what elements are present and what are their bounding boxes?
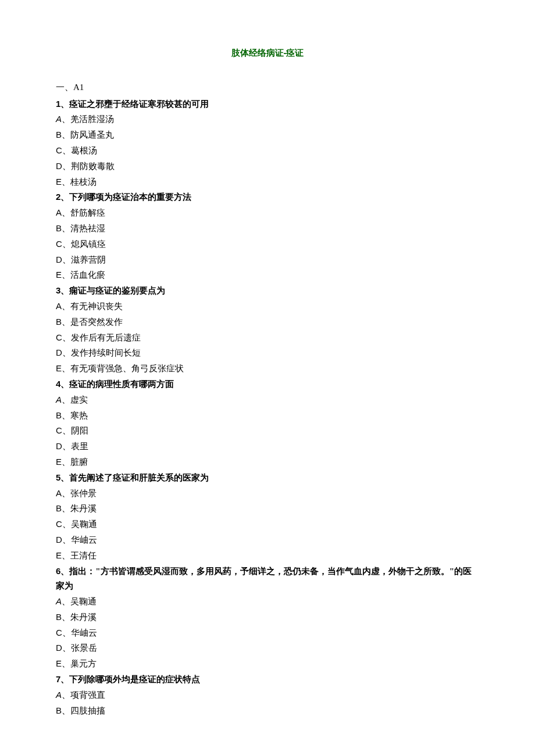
option-separator: 、	[62, 177, 70, 187]
option-separator: 、	[62, 551, 70, 560]
option-marker: A	[56, 395, 62, 404]
option-separator: 、	[62, 426, 71, 435]
option-row: D、发作持续时间长短	[56, 345, 479, 361]
option-row: A、张仲景	[56, 486, 479, 501]
option-separator: 、	[62, 597, 70, 606]
option-marker: E	[56, 363, 62, 373]
option-separator: 、	[62, 255, 71, 264]
option-row: E、桂枝汤	[56, 174, 479, 190]
option-text: 防风通圣丸	[70, 130, 114, 139]
option-marker: A	[56, 690, 62, 700]
option-text: 有无项背强急、角弓反张症状	[70, 364, 184, 373]
question-separator: 、	[60, 286, 69, 295]
option-row: B、寒热	[56, 408, 479, 424]
option-marker: E	[56, 658, 62, 668]
option-text: 项背强直	[70, 690, 105, 700]
question-text: 痉证的病理性质有哪两方面	[69, 379, 174, 389]
option-separator: 、	[62, 706, 70, 715]
question-block: 1、痉证之邪壅于经络证寒邪较甚的可用A、羌活胜湿汤B、防风通圣丸C、葛根汤D、荆…	[56, 96, 479, 190]
option-row: D、华岫云	[56, 532, 479, 548]
question-block: 5、首先阐述了痉证和肝脏关系的医家为A、张仲景B、朱丹溪C、吴鞠通D、华岫云E、…	[56, 470, 479, 564]
option-separator: 、	[62, 162, 71, 171]
option-separator: 、	[62, 612, 70, 622]
option-separator: 、	[62, 395, 70, 404]
option-marker: C	[56, 425, 62, 435]
option-marker: A	[56, 301, 62, 311]
option-marker: D	[56, 255, 62, 264]
option-text: 滋养营阴	[71, 255, 106, 264]
question-text: 痉证之邪壅于经络证寒邪较甚的可用	[69, 99, 209, 109]
option-separator: 、	[62, 489, 70, 498]
option-separator: 、	[62, 364, 70, 373]
option-separator: 、	[62, 302, 70, 311]
option-marker: B	[56, 223, 62, 233]
option-separator: 、	[62, 643, 71, 653]
option-row: A、有无神识丧失	[56, 299, 479, 314]
option-text: 四肢抽搐	[70, 706, 105, 715]
option-text: 张仲景	[70, 489, 97, 498]
option-text: 桂枝汤	[70, 177, 97, 187]
option-text: 熄风镇痉	[71, 239, 106, 249]
option-row: A、虚实	[56, 392, 479, 408]
option-row: D、张景岳	[56, 640, 479, 656]
option-text: 虚实	[70, 395, 88, 404]
option-text: 舒筋解痉	[70, 208, 105, 217]
option-text: 张景岳	[71, 643, 97, 653]
option-row: D、荆防败毒散	[56, 159, 479, 174]
option-separator: 、	[62, 659, 70, 668]
question-stem: 2、下列哪项为痉证治本的重要方法	[56, 189, 479, 205]
option-separator: 、	[62, 457, 70, 467]
option-marker: D	[56, 347, 62, 357]
option-marker: E	[56, 550, 62, 560]
option-text: 巢元方	[70, 659, 97, 668]
option-marker: D	[56, 161, 62, 171]
question-stem: 7、下列除哪项外均是痉证的症状特点	[56, 672, 479, 687]
option-text: 葛根汤	[71, 146, 97, 155]
option-marker: E	[56, 457, 62, 467]
option-separator: 、	[62, 519, 71, 529]
option-marker: B	[56, 705, 62, 715]
option-separator: 、	[62, 208, 70, 217]
option-separator: 、	[62, 628, 71, 637]
document-page: 肢体经络病证-痉证 一、A1 1、痉证之邪壅于经络证寒邪较甚的可用A、羌活胜湿汤…	[0, 0, 535, 756]
option-row: C、发作后有无后遗症	[56, 330, 479, 346]
option-separator: 、	[62, 504, 70, 513]
questions-container: 1、痉证之邪壅于经络证寒邪较甚的可用A、羌活胜湿汤B、防风通圣丸C、葛根汤D、荆…	[56, 96, 479, 719]
option-row: D、滋养营阴	[56, 252, 479, 268]
option-separator: 、	[62, 146, 71, 155]
option-marker: C	[56, 628, 62, 637]
option-marker: A	[56, 207, 62, 217]
option-text: 朱丹溪	[70, 612, 97, 622]
question-text: 下列哪项为痉证治本的重要方法	[69, 192, 191, 202]
option-separator: 、	[62, 270, 70, 280]
option-text: 寒热	[70, 411, 88, 420]
question-block: 7、下列除哪项外均是痉证的症状特点A、项背强直B、四肢抽搐	[56, 672, 479, 718]
option-separator: 、	[62, 239, 71, 249]
option-marker: B	[56, 503, 62, 513]
option-text: 清热祛湿	[70, 224, 105, 233]
option-marker: C	[56, 239, 62, 249]
option-row: C、葛根汤	[56, 143, 479, 159]
question-block: 3、痫证与痉证的鉴别要点为A、有无神识丧失B、是否突然发作C、发作后有无后遗症D…	[56, 283, 479, 377]
question-text: 指出："方书皆谓感受风湿而致，多用风药，予细详之，恐仍未备，当作气血内虚，外物干…	[56, 567, 472, 591]
option-marker: D	[56, 535, 62, 544]
option-text: 发作持续时间长短	[71, 348, 141, 357]
question-separator: 、	[60, 99, 69, 109]
option-text: 阴阳	[71, 426, 88, 435]
option-marker: C	[56, 145, 62, 155]
question-separator: 、	[60, 192, 69, 202]
option-text: 华岫云	[71, 535, 97, 544]
option-text: 羌活胜湿汤	[70, 114, 114, 124]
option-marker: B	[56, 317, 62, 327]
section-label: 一、A1	[56, 80, 479, 95]
option-row: B、朱丹溪	[56, 501, 479, 517]
option-text: 吴鞠通	[71, 519, 97, 529]
option-text: 活血化瘀	[70, 270, 105, 280]
option-row: C、华岫云	[56, 625, 479, 641]
option-row: C、熄风镇痉	[56, 237, 479, 252]
option-separator: 、	[62, 114, 70, 124]
question-stem: 3、痫证与痉证的鉴别要点为	[56, 283, 479, 299]
option-row: B、朱丹溪	[56, 610, 479, 625]
option-row: A、吴鞠通	[56, 594, 479, 610]
option-marker: A	[56, 488, 62, 498]
